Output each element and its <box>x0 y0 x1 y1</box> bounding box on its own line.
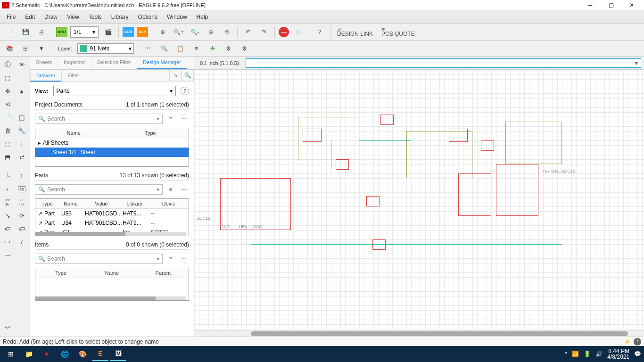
start-button[interactable]: ⊞ <box>3 347 19 361</box>
board-button[interactable]: BRD <box>56 27 67 37</box>
copy-tool-icon[interactable]: 📄 <box>1 111 14 123</box>
move-tool-icon[interactable]: ✥ <box>1 85 14 97</box>
items-search[interactable]: 🔍 Search▾ <box>35 254 163 264</box>
notifications-icon[interactable]: 💬 <box>634 351 641 357</box>
horizontal-scrollbar[interactable] <box>194 330 644 337</box>
list-icon[interactable]: ≡ <box>165 114 176 124</box>
zoom-select-icon[interactable]: ⊖ <box>204 25 217 39</box>
stop-button[interactable]: — <box>279 27 289 37</box>
volume-icon[interactable]: 🔊 <box>595 351 603 357</box>
explorer-icon[interactable]: 📁 <box>21 347 37 361</box>
rotate-tool-icon[interactable]: ⟲ <box>1 98 14 110</box>
col-parent[interactable]: Parent <box>138 268 189 278</box>
settings-icon[interactable]: ⚙ <box>222 42 235 55</box>
chrome-icon[interactable]: 🌐 <box>57 347 73 361</box>
col-name[interactable]: Name <box>86 268 137 278</box>
more-icon[interactable]: ⋯ <box>179 184 189 195</box>
tray-chevron-icon[interactable]: ^ <box>565 351 568 357</box>
save-icon[interactable]: 💾 <box>19 25 32 39</box>
help-icon[interactable]: ? <box>313 25 326 39</box>
wire-tool-icon[interactable]: / <box>15 236 28 248</box>
tab-design-manager[interactable]: Design Manager <box>137 57 187 69</box>
select-tool-icon[interactable]: ⬚ <box>1 72 14 84</box>
col-library[interactable]: Library <box>120 199 149 208</box>
battery-icon[interactable]: 🔋 <box>584 351 591 357</box>
wrench-tool-icon[interactable]: 🔧 <box>15 124 28 137</box>
more-icon[interactable]: ⋯ <box>179 114 189 124</box>
find-icon[interactable]: 🔍 <box>158 42 171 55</box>
dimension-tool-icon[interactable]: ⟞ <box>1 249 14 261</box>
help-icon[interactable]: ? <box>181 87 189 95</box>
erc-icon[interactable]: 📋 <box>174 42 187 55</box>
filter-icon[interactable]: ▼ <box>35 42 48 55</box>
menu-library[interactable]: Library <box>107 12 132 22</box>
delete-tool-icon[interactable]: 🗑 <box>1 124 14 137</box>
tab-selection-filter[interactable]: Selection Filter <box>91 57 138 69</box>
show-tool-icon[interactable]: 👁 <box>15 58 28 71</box>
print-icon[interactable]: 🖨 <box>35 25 48 39</box>
cam-icon[interactable]: 🎬 <box>101 25 115 39</box>
expand-icon[interactable]: ︾ <box>1 322 14 335</box>
name-tool-icon[interactable]: AB <box>15 183 28 195</box>
projdocs-search[interactable]: 🔍 Search▾ <box>35 114 163 124</box>
menu-file[interactable]: File <box>3 12 19 22</box>
list-icon[interactable]: ≡ <box>165 254 176 264</box>
menu-edit[interactable]: Edit <box>21 12 39 22</box>
redo-icon[interactable]: ↷ <box>257 25 271 39</box>
menu-window[interactable]: Window <box>163 12 191 22</box>
group-tool-icon[interactable]: ⬚ <box>1 138 14 150</box>
col-type[interactable]: Type <box>112 128 189 138</box>
zoom-redraw-icon[interactable]: ⟲ <box>220 25 233 39</box>
pcb-quote-button[interactable]: ☰ PCB QUOTE <box>379 27 418 37</box>
col-name[interactable]: Name <box>59 199 83 208</box>
add-tool-icon[interactable]: + <box>15 138 28 150</box>
layer-selector[interactable]: 91 Nets ▾ <box>77 43 134 54</box>
design-link-button[interactable]: 🔗 DESIGN LINK <box>334 27 376 37</box>
col-type[interactable]: Type <box>35 268 86 278</box>
value2-tool-icon[interactable]: R110k <box>15 196 28 208</box>
zoom-fit-icon[interactable]: ⊕ <box>156 25 169 39</box>
col-device[interactable]: Devic <box>149 199 189 208</box>
ulp-button[interactable]: ULP <box>137 27 148 37</box>
menu-draw[interactable]: Draw <box>41 12 61 22</box>
row-sheet1[interactable]: Sheet 1/1 Sheet <box>35 148 189 157</box>
sync-icon[interactable]: ⚡ <box>624 338 631 345</box>
info-tool-icon[interactable]: ⓘ <box>1 58 14 71</box>
menu-help[interactable]: Help <box>193 12 212 22</box>
eagle-icon[interactable]: E <box>92 347 108 361</box>
split-tool-icon[interactable]: ↘ <box>1 209 14 222</box>
photos-icon[interactable]: 🖼 <box>110 347 126 361</box>
zoom-tool-icon[interactable]: ↘ <box>169 70 182 81</box>
text-tool-icon[interactable]: T <box>15 170 28 182</box>
menu-options[interactable]: Options <box>134 12 161 22</box>
layers-icon[interactable]: 📚 <box>3 42 16 55</box>
junction-tool-icon[interactable]: ↦ <box>1 236 14 248</box>
more-icon[interactable]: ⋯ <box>179 254 189 264</box>
settings2-icon[interactable]: ⚙ <box>238 42 251 55</box>
subtab-browser[interactable]: Browser <box>30 70 61 82</box>
col-value[interactable]: Value <box>83 199 120 208</box>
view-selector[interactable]: Parts▾ <box>53 86 176 96</box>
parts-search[interactable]: 🔍 Search▾ <box>35 184 163 195</box>
tag-tool-icon[interactable]: 🏷 <box>1 222 14 235</box>
wire-style-icon[interactable]: 〰 <box>142 42 155 55</box>
line-tool-icon[interactable]: └ <box>1 170 14 182</box>
zoom-out-icon[interactable]: 🔍- <box>188 25 201 39</box>
replace-tool-icon[interactable]: ⬒ <box>1 151 14 163</box>
scroll-thumb[interactable] <box>251 331 628 336</box>
taskbar-clock[interactable]: 8:44 PM 4/8/2021 <box>607 348 629 360</box>
undo-icon[interactable]: ↶ <box>241 25 255 39</box>
schematic-canvas[interactable]: SDC12 GND U54 VCC HAT901CSDC12 <box>194 70 644 330</box>
list-icon[interactable]: ≡ <box>165 184 176 195</box>
maximize-button[interactable]: ▢ <box>604 0 618 10</box>
menu-view[interactable]: View <box>63 12 83 22</box>
search-tool-icon[interactable]: 🔍 <box>182 70 194 81</box>
smash-tool-icon[interactable]: ⟳ <box>15 209 28 222</box>
paste-tool-icon[interactable]: 📋 <box>15 111 28 123</box>
tab-inspector[interactable]: Inspector <box>58 57 91 69</box>
menu-tools[interactable]: Tools <box>85 12 106 22</box>
grid-icon[interactable]: ⊞ <box>19 42 32 55</box>
subtab-filter[interactable]: Filter <box>61 70 85 82</box>
row-allsheets[interactable]: ▸ All Sheets <box>35 138 189 148</box>
partlist-icon[interactable]: ≡ <box>190 42 203 55</box>
